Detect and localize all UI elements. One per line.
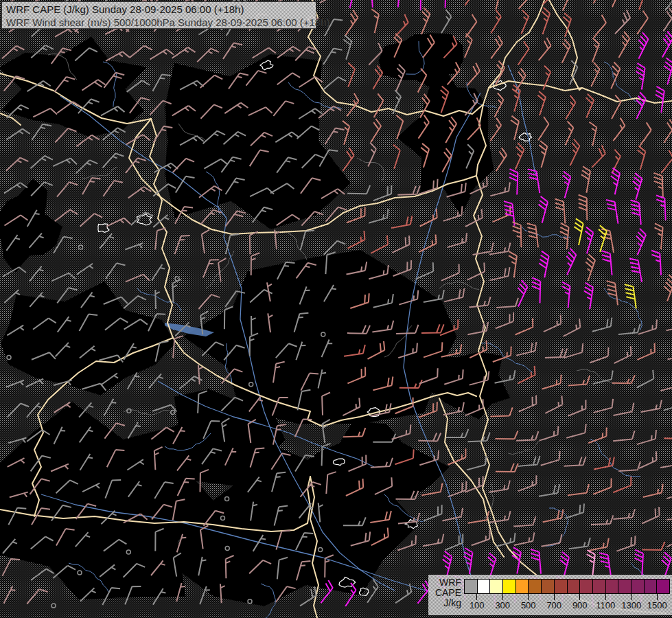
legend-tick-mark: [554, 594, 555, 600]
legend-color-cell: [567, 580, 580, 593]
legend-tick-mark: [476, 594, 477, 600]
legend-label-model: WRF: [428, 577, 461, 588]
weather-map: [0, 0, 672, 618]
legend-label-variable: CAPE: [428, 588, 461, 598]
legend-color-cell: [618, 580, 631, 593]
cape-legend: WRF CAPE J/kg 10030050070090011001300150…: [428, 575, 672, 615]
legend-color-cell: [489, 580, 502, 593]
legend-color-cell: [592, 580, 605, 593]
legend-label: WRF CAPE J/kg: [428, 577, 461, 608]
legend-tick-mark: [502, 594, 503, 600]
legend-tick-mark: [631, 594, 632, 600]
legend-color-cell: [605, 580, 618, 593]
legend-tick-mark: [579, 594, 580, 600]
legend-tick-mark: [528, 594, 529, 600]
legend-color-cell: [644, 580, 657, 593]
map-title-cape: WRF CAPE (J/kg) Sunday 28-09-2025 06:00 …: [6, 3, 312, 16]
legend-color-cell: [528, 580, 541, 593]
map-title-windshear: WRF Wind shear (m/s) 500/1000hPa Sunday …: [6, 16, 312, 29]
legend-colorbar-wrap: 100300500700900110013001500: [464, 579, 670, 613]
legend-color-cell: [515, 580, 529, 593]
legend-color-cell: [465, 580, 477, 593]
legend-label-unit: J/kg: [428, 598, 461, 608]
legend-color-cell: [631, 580, 644, 593]
legend-color-cell: [579, 580, 592, 593]
legend-color-cell: [477, 580, 490, 593]
legend-color-cell: [656, 580, 669, 593]
legend-tick-label: 1500: [642, 600, 672, 610]
legend-colorbar: [464, 579, 670, 594]
legend-color-cell: [554, 580, 567, 593]
map-background-layer: [0, 0, 672, 618]
legend-tick-mark: [657, 594, 658, 600]
title-panel: WRF CAPE (J/kg) Sunday 28-09-2025 06:00 …: [1, 1, 316, 29]
legend-color-cell: [502, 580, 515, 593]
weather-map-viewport: WRF CAPE (J/kg) Sunday 28-09-2025 06:00 …: [0, 0, 672, 618]
legend-color-cell: [541, 580, 554, 593]
legend-tick-mark: [605, 594, 606, 600]
